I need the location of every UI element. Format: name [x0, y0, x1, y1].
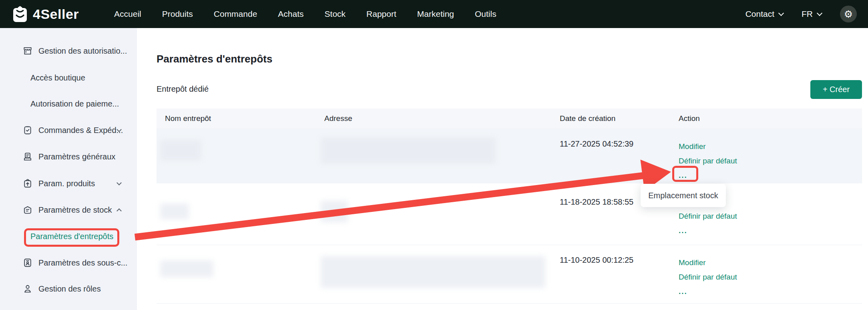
shopping-bag-logo-icon — [12, 5, 28, 23]
warehouse-table: Nom entrepôt Adresse Date de création Ac… — [157, 109, 862, 304]
sidebar-item-label: Paramètres de stock — [38, 205, 112, 215]
sidebar-item-parametres-entrepots[interactable]: Paramètres d'entrepôts — [0, 227, 137, 245]
chevron-down-icon — [117, 180, 122, 185]
nav-item-stock[interactable]: Stock — [325, 9, 346, 19]
set-default-link[interactable]: Définir par défaut — [679, 270, 737, 284]
modify-link[interactable]: Modifier — [679, 256, 737, 270]
sidebar-item-label: Commandes & Expéd... — [38, 126, 123, 135]
sidebar-item-parametres-sous-comptes[interactable]: Paramètres des sous-c... — [0, 254, 137, 272]
sidebar-item-label: Paramètres des sous-c... — [38, 258, 127, 268]
nav-item-achats[interactable]: Achats — [278, 9, 303, 19]
sidebar-item-acces-boutique[interactable]: Accès boutique — [0, 69, 137, 87]
language-dropdown[interactable]: FR — [802, 9, 822, 19]
column-header-nom-entrepot: Nom entrepôt — [165, 114, 211, 123]
sidebar-item-parametres-de-stock[interactable]: Paramètres de stock — [0, 201, 137, 219]
redacted-address — [321, 137, 496, 164]
sidebar-item-label: Autorisation de paieme... — [30, 99, 119, 109]
stock-box-icon — [22, 205, 33, 215]
nav-item-rapport[interactable]: Rapport — [366, 9, 396, 19]
section-title: Entrepôt dédié — [157, 85, 209, 94]
modify-link[interactable]: Modifier — [679, 139, 737, 154]
create-button[interactable]: + Créer — [810, 80, 862, 99]
gear-icon: ⚙ — [844, 9, 853, 19]
redacted-warehouse-name — [160, 140, 201, 161]
sidebar-item-parametres-generaux[interactable]: Paramètres généraux — [0, 148, 137, 165]
sidebar-item-label: Paramètres généraux — [38, 152, 115, 161]
main-content: Paramètres d'entrepôts Entrepôt dédié + … — [137, 28, 868, 310]
creation-date: 11-27-2025 04:52:39 — [560, 139, 633, 149]
contact-label: Contact — [745, 9, 774, 19]
chevron-down-icon — [817, 10, 822, 16]
page-title: Paramètres d'entrepôts — [157, 53, 272, 65]
creation-date: 11-18-2025 18:58:55 — [560, 197, 633, 207]
set-default-link[interactable]: Définir par défaut — [679, 154, 737, 168]
table-row[interactable]: 11-18-2025 18:58:55 Définir par défaut .… — [157, 183, 862, 245]
sidebar-item-param-produits[interactable]: Param. produits — [0, 175, 137, 192]
emplacement-stock-menu-item[interactable]: Emplacement stock — [641, 184, 726, 207]
nav-item-marketing[interactable]: Marketing — [417, 9, 454, 19]
sidebar-item-label: Gestion des autorisatio... — [38, 46, 127, 56]
sidebar-item-gestion-autorisations[interactable]: Gestion des autorisatio... — [0, 42, 137, 60]
user-icon — [22, 284, 33, 294]
sidebar-item-label: Gestion des rôles — [38, 284, 101, 294]
brand-name: 4Seller — [33, 6, 79, 22]
column-header-action: Action — [679, 114, 700, 123]
more-actions-link[interactable]: ... — [679, 284, 737, 299]
redacted-warehouse-name — [160, 203, 189, 219]
main-nav: Accueil Produits Commande Achats Stock R… — [114, 9, 496, 19]
settings-sidebar: Gestion des autorisatio... Accès boutiqu… — [0, 28, 137, 310]
sidebar-item-commandes-expeditions[interactable]: Commandes & Expéd... — [0, 121, 137, 139]
navbar-right: Contact FR ⚙ — [745, 6, 857, 22]
bag-upload-icon — [22, 178, 33, 189]
table-header-row: Nom entrepôt Adresse Date de création Ac… — [157, 109, 862, 128]
printer-icon — [22, 151, 33, 162]
table-row[interactable]: 11-27-2025 04:52:39 Modifier Définir par… — [157, 128, 862, 183]
sidebar-item-label: Paramètres d'entrepôts — [30, 232, 113, 241]
chevron-down-icon — [778, 10, 784, 16]
settings-button[interactable]: ⚙ — [840, 6, 857, 22]
tooltip-label: Emplacement stock — [648, 191, 718, 200]
more-actions-link[interactable]: ... — [679, 223, 737, 238]
table-row[interactable]: 11-10-2025 00:12:25 Modifier Définir par… — [157, 245, 862, 304]
creation-date: 11-10-2025 00:12:25 — [560, 256, 633, 265]
redacted-address — [321, 201, 348, 222]
nav-item-produits[interactable]: Produits — [162, 9, 193, 19]
sidebar-item-label: Param. produits — [38, 179, 95, 188]
language-label: FR — [802, 9, 813, 19]
nav-item-commande[interactable]: Commande — [214, 9, 257, 19]
more-actions-link[interactable]: ... — [679, 168, 737, 183]
nav-item-outils[interactable]: Outils — [475, 9, 496, 19]
chevron-up-icon — [117, 208, 122, 213]
clipboard-check-icon — [22, 125, 33, 135]
top-navbar: 4Seller Accueil Produits Commande Achats… — [0, 0, 868, 28]
redacted-warehouse-name — [160, 260, 213, 277]
sidebar-item-label: Accès boutique — [30, 73, 85, 83]
column-header-date-creation: Date de création — [560, 114, 615, 123]
contact-dropdown[interactable]: Contact — [745, 9, 783, 19]
sidebar-item-gestion-des-roles[interactable]: Gestion des rôles — [0, 280, 137, 298]
brand-logo[interactable]: 4Seller — [12, 5, 79, 23]
storefront-icon — [22, 46, 33, 56]
id-card-icon — [22, 258, 33, 268]
nav-item-accueil[interactable]: Accueil — [114, 9, 141, 19]
row-actions: Modifier Définir par défaut ... — [679, 256, 737, 299]
redacted-address — [321, 256, 545, 288]
row-actions: Modifier Définir par défaut ... — [679, 139, 737, 183]
column-header-adresse: Adresse — [324, 114, 352, 123]
set-default-link[interactable]: Définir par défaut — [679, 209, 737, 223]
sidebar-item-autorisation-paiement[interactable]: Autorisation de paieme... — [0, 95, 137, 113]
